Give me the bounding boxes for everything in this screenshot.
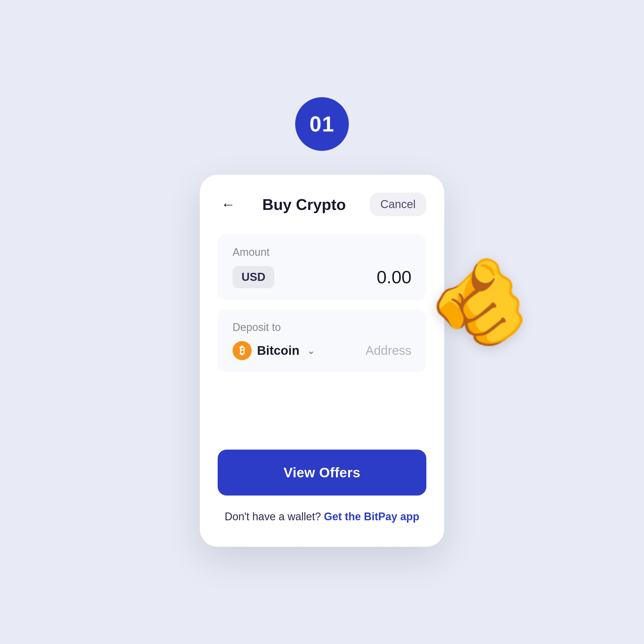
step-number: 01 — [309, 112, 335, 136]
step-badge: 01 — [295, 97, 349, 151]
deposit-card: Deposit to ₿ Bitcoin ⌄ Address — [218, 309, 426, 372]
bitcoin-selector[interactable]: ₿ Bitcoin ⌄ — [233, 341, 315, 360]
wallet-prompt-label: Don't have a wallet? — [225, 510, 321, 523]
cancel-button[interactable]: Cancel — [370, 193, 426, 216]
page-wrapper: 01 🫵 ← Buy Crypto Cancel Amount USD 0.00 — [0, 0, 644, 644]
currency-badge[interactable]: USD — [233, 266, 274, 288]
screen-title: Buy Crypto — [262, 196, 346, 213]
get-bitpay-link[interactable]: Get the BitPay app — [324, 510, 419, 523]
spacer — [218, 390, 426, 450]
bitcoin-symbol: ₿ — [239, 344, 245, 357]
phone-card: ← Buy Crypto Cancel Amount USD 0.00 Depo… — [200, 175, 444, 547]
address-label[interactable]: Address — [366, 343, 411, 358]
screen-header: ← Buy Crypto Cancel — [218, 193, 426, 216]
amount-card: Amount USD 0.00 — [218, 234, 426, 300]
view-offers-button[interactable]: View Offers — [218, 450, 426, 496]
chevron-down-icon: ⌄ — [307, 345, 315, 356]
deposit-row: ₿ Bitcoin ⌄ Address — [233, 341, 411, 360]
amount-row: USD 0.00 — [233, 266, 411, 288]
deposit-label: Deposit to — [233, 321, 411, 334]
back-button[interactable]: ← — [218, 194, 239, 215]
amount-label: Amount — [233, 246, 411, 258]
phone-container: 🫵 ← Buy Crypto Cancel Amount USD 0.00 — [200, 175, 444, 547]
bitcoin-label: Bitcoin — [257, 343, 299, 358]
wallet-prompt-text: Don't have a wallet? Get the BitPay app — [218, 510, 426, 523]
bitcoin-icon: ₿ — [233, 341, 252, 360]
amount-value[interactable]: 0.00 — [377, 267, 411, 287]
back-arrow-icon: ← — [221, 197, 235, 212]
